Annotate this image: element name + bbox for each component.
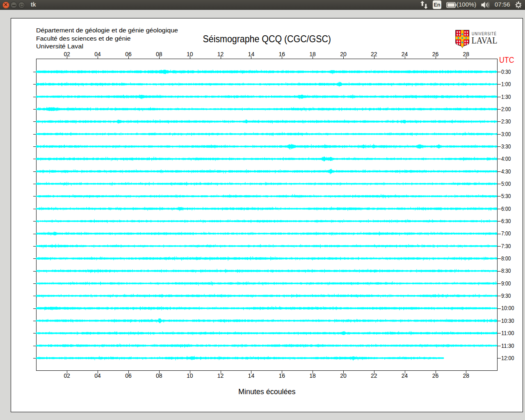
svg-text:16: 16 [278, 51, 285, 57]
svg-text:22: 22 [371, 372, 377, 379]
svg-text:08: 08 [156, 372, 162, 379]
svg-text:26: 26 [432, 372, 439, 379]
svg-text:14: 14 [248, 372, 255, 379]
svg-text:12: 12 [217, 51, 224, 57]
svg-text:06: 06 [125, 372, 132, 379]
svg-text:12: 12 [217, 372, 224, 379]
svg-text:8:00: 8:00 [501, 255, 511, 262]
svg-text:10:30: 10:30 [501, 317, 514, 324]
svg-text:11:00: 11:00 [501, 330, 514, 336]
svg-text:28: 28 [463, 372, 470, 379]
svg-text:26: 26 [432, 51, 439, 57]
svg-text:0:30: 0:30 [501, 68, 511, 75]
svg-text:10: 10 [187, 51, 193, 57]
svg-text:5:00: 5:00 [501, 180, 511, 187]
svg-text:18: 18 [309, 372, 316, 379]
svg-text:06: 06 [125, 51, 132, 57]
svg-text:11:30: 11:30 [501, 342, 514, 349]
svg-text:3:00: 3:00 [501, 131, 511, 137]
svg-text:4:00: 4:00 [501, 155, 511, 162]
svg-text:12:00: 12:00 [501, 355, 514, 361]
svg-text:1:00: 1:00 [501, 81, 511, 87]
svg-text:Département de géologie et de: Département de géologie et de génie géol… [36, 27, 178, 34]
svg-text:20: 20 [340, 372, 347, 379]
svg-text:3:30: 3:30 [501, 143, 511, 150]
svg-text:UTC: UTC [499, 55, 514, 64]
svg-text:5:30: 5:30 [501, 193, 511, 199]
svg-text:Faculté des sciences et de gén: Faculté des sciences et de génie [36, 35, 131, 42]
svg-text:04: 04 [94, 51, 101, 57]
svg-text:02: 02 [64, 51, 71, 57]
svg-text:10: 10 [187, 372, 193, 379]
svg-text:1:30: 1:30 [501, 94, 511, 100]
svg-text:22: 22 [371, 51, 377, 57]
svg-text:02: 02 [64, 372, 71, 379]
svg-text:24: 24 [402, 372, 408, 379]
svg-text:9:00: 9:00 [501, 280, 511, 287]
svg-text:10:00: 10:00 [501, 305, 514, 311]
svg-text:9:30: 9:30 [501, 292, 511, 299]
svg-text:20: 20 [340, 51, 347, 57]
svg-text:4:30: 4:30 [501, 168, 511, 175]
svg-text:6:00: 6:00 [501, 205, 511, 212]
svg-text:18: 18 [309, 51, 316, 57]
svg-text:7:30: 7:30 [501, 243, 511, 249]
svg-text:16: 16 [278, 372, 285, 379]
svg-text:LAVAL: LAVAL [472, 35, 498, 46]
svg-text:04: 04 [94, 372, 101, 379]
svg-text:28: 28 [463, 51, 470, 57]
svg-text:Minutes écoulées: Minutes écoulées [238, 387, 296, 396]
svg-text:08: 08 [156, 51, 162, 57]
svg-text:6:30: 6:30 [501, 218, 511, 224]
svg-text:Université Laval: Université Laval [36, 43, 83, 50]
svg-text:14: 14 [248, 51, 255, 57]
svg-text:Séismographe QCQ (CGC/GSC): Séismographe QCQ (CGC/GSC) [203, 33, 331, 44]
svg-text:24: 24 [402, 51, 408, 57]
svg-text:7:00: 7:00 [501, 230, 511, 237]
svg-text:2:30: 2:30 [501, 118, 511, 125]
svg-text:8:30: 8:30 [501, 267, 511, 274]
svg-text:2:00: 2:00 [501, 106, 511, 112]
